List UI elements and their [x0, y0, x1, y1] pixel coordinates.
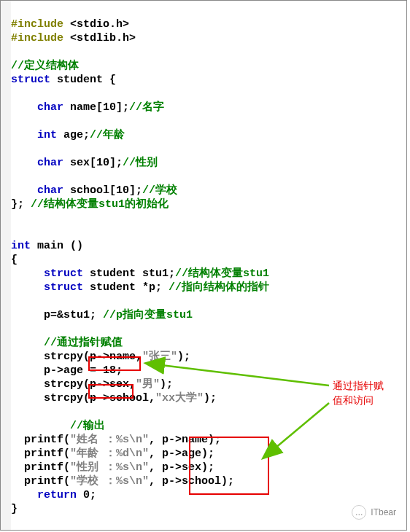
decl-age: age;	[57, 129, 90, 141]
code-area: #include <stdio.h> #include <stdlib.h> /…	[11, 4, 269, 530]
comment-sex: //性别	[123, 157, 158, 169]
pf1c: p->name);	[162, 434, 221, 446]
comment-output: //输出	[70, 420, 105, 432]
age-assign: p->age =	[44, 364, 103, 377]
strcpy1-arg: p->name	[90, 351, 136, 363]
strcpy3a: strcpy(p->school,	[44, 392, 155, 404]
size-10-name: 10	[103, 101, 116, 114]
gutter	[1, 1, 11, 530]
pf3b: ,	[149, 461, 162, 474]
pf3a: printf(	[24, 461, 70, 474]
p-decl: student *p;	[83, 281, 169, 294]
comment-name: //名字	[129, 101, 164, 114]
ret-sp	[77, 489, 83, 501]
strcpy2-arg: p->sex	[90, 378, 129, 391]
decl-name: name[	[63, 101, 103, 114]
watermark: … ITbear	[352, 505, 396, 520]
main-open-brace: {	[11, 254, 18, 266]
comment-struct: //定义结构体	[11, 60, 79, 72]
semi1: ;	[116, 364, 123, 377]
main-decl: main ()	[31, 240, 83, 252]
pf3c: p->sex);	[162, 461, 214, 474]
pf2a: printf(	[24, 447, 70, 460]
comment-age: //年龄	[90, 129, 125, 141]
pf2s: "年龄 ：%d\n"	[70, 447, 149, 460]
strcpy1a: strcpy(	[44, 351, 90, 363]
strcpy2a: strcpy(	[44, 378, 90, 391]
annotation-text: 通过指针赋 值和访问	[333, 378, 384, 407]
pf4s: "学校 ：%s\n"	[70, 475, 149, 488]
num-0: 0	[83, 489, 90, 501]
kw-char-name: char	[37, 101, 63, 114]
kw-int-main: int	[11, 240, 31, 252]
decl-school: school[	[63, 184, 116, 197]
strcpy2-end: );	[160, 378, 173, 391]
str-xxuni: "xx大学"	[155, 392, 204, 404]
pf3s: "性别 ：%s\n"	[70, 461, 149, 474]
comment-assign-via-ptr: //通过指针赋值	[44, 337, 123, 349]
struct-close: };	[11, 198, 31, 211]
decl-sex-close: ];	[109, 157, 123, 169]
str-nan: "男"	[136, 378, 160, 391]
strcpy1-comma: ,	[136, 351, 142, 363]
pf2b: ,	[149, 447, 162, 460]
size-10-sex: 10	[96, 157, 109, 169]
pf1b: ,	[149, 434, 162, 446]
kw-struct-stu1: struct	[44, 267, 83, 280]
pf4a: printf(	[24, 475, 70, 488]
ret-semi: ;	[90, 489, 96, 501]
size-10-school: 10	[116, 184, 129, 197]
include2-pp: #include	[11, 32, 70, 44]
kw-int-age: int	[37, 129, 57, 141]
comment-stu1-init: //结构体变量stu1的初始化	[31, 198, 169, 211]
comment-passign: //p指向变量stu1	[103, 309, 193, 321]
struct-name: student {	[50, 74, 116, 86]
kw-return: return	[37, 489, 77, 501]
include1-lib: <stdio.h>	[70, 18, 129, 31]
strcpy2-comma: ,	[129, 378, 136, 391]
pf2c: p->age);	[162, 447, 214, 460]
kw-struct-p: struct	[44, 281, 83, 294]
comment-p: //指向结构体的指针	[169, 281, 269, 294]
kw-struct: struct	[11, 74, 50, 86]
svg-line-2	[275, 403, 329, 448]
main-close-brace: }	[11, 503, 18, 515]
str-zhangsan: "张三"	[142, 351, 177, 363]
include1-pp: #include	[11, 18, 70, 31]
strcpy1-end: );	[177, 351, 190, 363]
kw-char-school: char	[37, 184, 63, 197]
annotation-line2: 值和访问	[333, 393, 384, 407]
kw-char-sex: char	[37, 157, 63, 169]
decl-sex: sex[	[63, 157, 96, 169]
code-editor: #include <stdio.h> #include <stdlib.h> /…	[0, 0, 407, 531]
pf1s: "姓名 ：%s\n"	[70, 434, 149, 446]
num-18: 18	[103, 364, 116, 377]
stu1-decl: student stu1;	[83, 267, 175, 280]
include2-lib: <stdlib.h>	[70, 32, 136, 44]
strcpy3-end: );	[204, 392, 217, 404]
pf1a: printf(	[24, 434, 70, 446]
watermark-text: ITbear	[371, 506, 396, 520]
watermark-icon: …	[352, 505, 366, 520]
p-assign: p=&stu1;	[44, 309, 103, 321]
decl-name-close: ];	[116, 101, 129, 114]
comment-stu1: //结构体变量stu1	[175, 267, 269, 280]
comment-school: //学校	[142, 184, 177, 197]
decl-school-close: ];	[129, 184, 142, 197]
pf4c: p->school);	[162, 475, 234, 488]
annotation-line1: 通过指针赋	[333, 378, 384, 393]
pf4b: ,	[149, 475, 162, 488]
